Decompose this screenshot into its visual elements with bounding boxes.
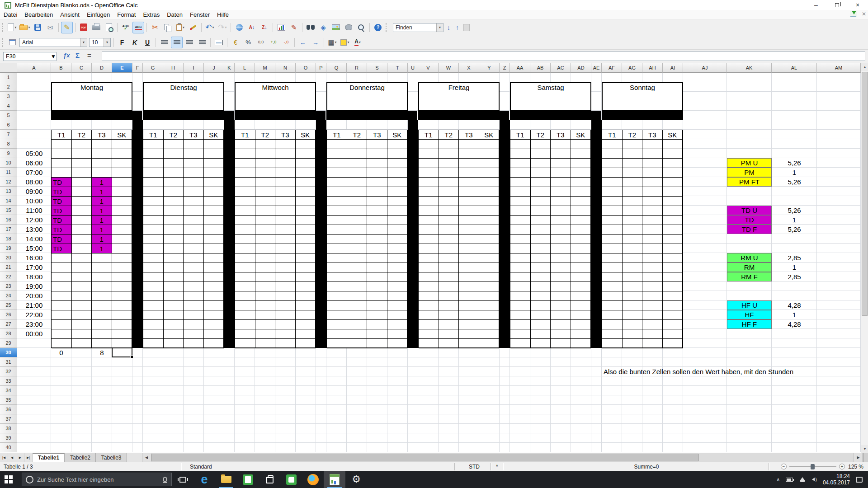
shift-cell[interactable]: [184, 206, 204, 216]
shift-cell[interactable]: [327, 329, 347, 339]
row-header-19[interactable]: 19: [0, 244, 17, 253]
shift-entry-count[interactable]: 1: [92, 187, 112, 197]
shift-cell[interactable]: [602, 282, 623, 291]
shift-cell[interactable]: [327, 244, 347, 253]
shift-cell[interactable]: [387, 310, 408, 320]
shift-cell[interactable]: [204, 187, 224, 197]
shift-column-header[interactable]: T1: [510, 130, 531, 140]
firefox-icon[interactable]: [302, 471, 324, 488]
open-document-icon[interactable]: ▾: [19, 22, 31, 33]
shift-cell[interactable]: [367, 187, 387, 197]
shift-cell[interactable]: [387, 253, 408, 263]
time-label[interactable]: 15:00: [17, 244, 51, 253]
shift-cell[interactable]: [479, 140, 500, 149]
shift-cell[interactable]: [459, 140, 479, 149]
shift-cell[interactable]: [367, 197, 387, 206]
shift-cell[interactable]: [143, 282, 164, 291]
shift-cell[interactable]: [602, 206, 623, 216]
shift-cell[interactable]: [510, 291, 531, 301]
shift-cell[interactable]: [663, 235, 683, 244]
shift-cell[interactable]: [602, 159, 623, 168]
column-header-K[interactable]: K: [224, 63, 235, 73]
shift-cell[interactable]: [347, 206, 368, 216]
shift-cell[interactable]: [235, 178, 255, 187]
shift-cell[interactable]: [510, 206, 531, 216]
shift-cell[interactable]: [642, 282, 663, 291]
taskbar-clock[interactable]: 18:24 04.05.2017: [823, 473, 850, 486]
shift-cell[interactable]: [296, 282, 316, 291]
time-label[interactable]: 06:00: [17, 158, 51, 168]
shift-cell[interactable]: [439, 272, 459, 282]
column-header-G[interactable]: G: [143, 63, 163, 73]
shift-cell[interactable]: [419, 197, 439, 206]
shift-cell[interactable]: [235, 329, 255, 339]
find-all-icon[interactable]: [463, 24, 470, 31]
shift-cell[interactable]: [663, 244, 683, 253]
shift-cell[interactable]: [642, 272, 663, 282]
previous-sheet-button[interactable]: ◀: [8, 453, 16, 462]
shift-cell[interactable]: [531, 178, 551, 187]
shift-cell[interactable]: [623, 140, 643, 149]
shift-cell[interactable]: [510, 272, 531, 282]
shift-cell[interactable]: [531, 263, 551, 272]
shift-cell[interactable]: [571, 168, 591, 178]
shift-cell[interactable]: [164, 140, 184, 149]
shift-cell[interactable]: [510, 235, 531, 244]
shift-cell[interactable]: [663, 197, 683, 206]
shift-cell[interactable]: [255, 235, 276, 244]
shift-cell[interactable]: [347, 225, 368, 235]
shift-cell[interactable]: [531, 291, 551, 301]
tray-chevron-up-icon[interactable]: ∧: [776, 477, 780, 483]
shift-cell[interactable]: [184, 168, 204, 178]
shift-cell[interactable]: [92, 263, 112, 272]
shift-cell[interactable]: [112, 197, 132, 206]
row-header-32[interactable]: 32: [0, 367, 17, 376]
shift-column-header[interactable]: T3: [642, 130, 663, 140]
shift-cell[interactable]: [459, 244, 479, 253]
row-header-28[interactable]: 28: [0, 329, 17, 338]
shift-cell[interactable]: [439, 159, 459, 168]
row-header-39[interactable]: 39: [0, 433, 17, 443]
shift-cell[interactable]: [52, 168, 72, 178]
shift-cell[interactable]: [347, 216, 368, 225]
shift-cell[interactable]: [275, 329, 296, 339]
shift-cell[interactable]: [459, 187, 479, 197]
shift-cell[interactable]: [164, 197, 184, 206]
shift-cell[interactable]: [439, 235, 459, 244]
align-center-icon[interactable]: [171, 37, 183, 48]
next-sheet-button[interactable]: ▶: [16, 453, 24, 462]
shift-cell[interactable]: [663, 291, 683, 301]
shift-cell[interactable]: [164, 282, 184, 291]
shift-cell[interactable]: [602, 244, 623, 253]
shift-cell[interactable]: [327, 235, 347, 244]
shift-cell[interactable]: [72, 149, 92, 159]
sort-ascending-icon[interactable]: A: [246, 22, 258, 33]
shift-column-header[interactable]: SK: [204, 130, 224, 140]
shift-cell[interactable]: [602, 320, 623, 329]
shift-cell[interactable]: [367, 206, 387, 216]
shift-cell[interactable]: [296, 301, 316, 310]
row-header-37[interactable]: 37: [0, 414, 17, 424]
shift-cell[interactable]: [571, 339, 591, 348]
shift-cell[interactable]: [571, 216, 591, 225]
align-right-icon[interactable]: [184, 37, 195, 48]
font-name-combo[interactable]: Arial▼: [19, 38, 87, 47]
shift-cell[interactable]: [327, 282, 347, 291]
shift-cell[interactable]: [72, 216, 92, 225]
time-label[interactable]: 20:00: [17, 291, 51, 300]
time-label[interactable]: 19:00: [17, 282, 51, 291]
shift-cell[interactable]: [479, 329, 500, 339]
shift-cell[interactable]: [143, 291, 164, 301]
align-justify-icon[interactable]: [196, 37, 208, 48]
shift-cell[interactable]: [459, 329, 479, 339]
shift-cell[interactable]: [72, 168, 92, 178]
shift-cell[interactable]: [642, 310, 663, 320]
shift-column-header[interactable]: T3: [92, 130, 112, 140]
time-label[interactable]: 18:00: [17, 272, 51, 282]
shift-cell[interactable]: [510, 263, 531, 272]
shift-cell[interactable]: [204, 159, 224, 168]
shift-cell[interactable]: [642, 159, 663, 168]
select-all-corner[interactable]: [0, 63, 17, 73]
draw-functions-icon[interactable]: ✎: [288, 22, 300, 33]
shift-cell[interactable]: [439, 339, 459, 348]
